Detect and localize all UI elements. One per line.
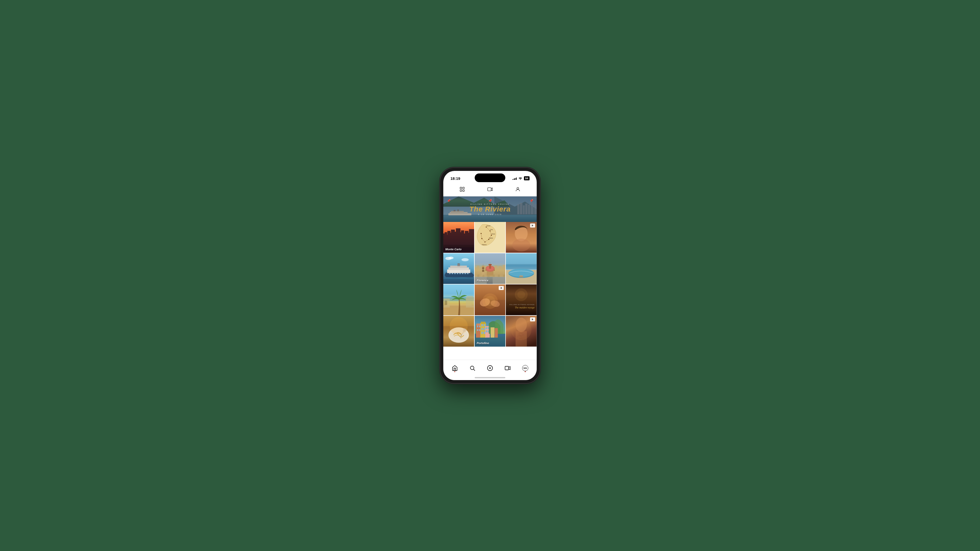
svg-rect-67 bbox=[457, 273, 458, 274]
svg-rect-158 bbox=[484, 324, 485, 326]
video-badge-spa bbox=[499, 286, 504, 290]
svg-rect-2 bbox=[460, 189, 462, 191]
svg-text:Naples: Naples bbox=[489, 237, 493, 239]
svg-text:Genoa: Genoa bbox=[487, 225, 490, 227]
svg-rect-169 bbox=[495, 328, 498, 338]
svg-rect-101 bbox=[477, 275, 479, 277]
tab-video[interactable] bbox=[504, 365, 511, 371]
grid-item-florence[interactable]: Florence bbox=[475, 253, 506, 284]
svg-text:Pisa: Pisa bbox=[490, 229, 493, 230]
top-nav bbox=[443, 182, 537, 197]
svg-rect-71 bbox=[467, 273, 469, 274]
svg-rect-179 bbox=[505, 366, 509, 370]
kk-tab-label: KK bbox=[523, 367, 527, 369]
video-badge-portrait1 bbox=[530, 224, 535, 227]
content-area[interactable]: 📌 📌 📌 KILLING KITTENS CRUISE The Riviera… bbox=[443, 197, 537, 360]
svg-rect-61 bbox=[447, 269, 470, 273]
svg-rect-0 bbox=[460, 187, 462, 189]
monte-carlo-label: Monte Carlo bbox=[445, 248, 462, 251]
svg-line-175 bbox=[473, 369, 475, 371]
hero-date: 9-16 JUNE 2026 bbox=[478, 213, 502, 215]
grid-item-cruise[interactable] bbox=[443, 253, 474, 284]
svg-rect-65 bbox=[452, 273, 453, 274]
svg-point-60 bbox=[461, 258, 469, 261]
phone-device: 18:19 84 bbox=[440, 168, 540, 383]
grid-item-map[interactable]: Genoa Pisa Rome Naples Palermo bbox=[475, 222, 506, 253]
hero-subtitle: KILLING KITTENS CRUISE bbox=[471, 203, 510, 205]
svg-rect-157 bbox=[481, 324, 483, 326]
svg-rect-150 bbox=[476, 324, 480, 326]
tab-search[interactable] bbox=[469, 365, 476, 371]
profile-nav-icon[interactable] bbox=[514, 185, 522, 193]
home-indicator bbox=[443, 375, 537, 380]
svg-rect-161 bbox=[481, 332, 483, 334]
grid-item-pool[interactable] bbox=[506, 253, 537, 284]
hero-banner[interactable]: 📌 📌 📌 KILLING KITTENS CRUISE The Riviera… bbox=[443, 197, 537, 222]
status-icons: 84 bbox=[512, 176, 530, 180]
svg-rect-66 bbox=[454, 273, 455, 274]
svg-rect-151 bbox=[477, 326, 478, 327]
svg-point-173 bbox=[511, 320, 531, 340]
hero-overlay: KILLING KITTENS CRUISE The Riviera 9-16 … bbox=[443, 197, 537, 222]
svg-rect-159 bbox=[481, 328, 483, 330]
svg-rect-93 bbox=[489, 265, 491, 268]
grid-item-monte-carlo[interactable]: Monte Carlo bbox=[443, 222, 474, 253]
svg-rect-154 bbox=[479, 329, 480, 331]
tab-kk[interactable]: KK bbox=[522, 365, 528, 371]
home-tab-dot bbox=[454, 371, 455, 372]
svg-rect-70 bbox=[465, 273, 466, 274]
svg-point-73 bbox=[457, 263, 460, 264]
svg-rect-152 bbox=[479, 326, 480, 327]
svg-rect-4 bbox=[488, 187, 491, 191]
wifi-icon bbox=[518, 176, 522, 180]
svg-rect-1 bbox=[463, 187, 464, 189]
svg-rect-104 bbox=[493, 275, 495, 277]
phone-screen: 18:19 84 bbox=[443, 171, 537, 380]
grid-item-spa[interactable] bbox=[475, 284, 506, 315]
svg-rect-102 bbox=[482, 275, 484, 277]
svg-rect-68 bbox=[460, 273, 461, 274]
grid-nav-icon[interactable] bbox=[458, 185, 466, 193]
battery-icon: 84 bbox=[524, 176, 530, 180]
grid-item-portofino[interactable]: Portofino bbox=[475, 316, 506, 347]
maiden-voyage-label: The maiden voyage bbox=[509, 306, 535, 309]
svg-rect-106 bbox=[503, 275, 505, 277]
svg-rect-100 bbox=[475, 275, 506, 277]
svg-rect-64 bbox=[449, 273, 450, 274]
svg-point-128 bbox=[485, 296, 495, 306]
svg-rect-109 bbox=[506, 264, 537, 269]
signal-icon bbox=[512, 177, 517, 180]
svg-rect-122 bbox=[467, 296, 473, 299]
svg-text:Palermo: Palermo bbox=[482, 244, 487, 245]
grid-item-pasta[interactable] bbox=[443, 316, 474, 347]
svg-point-174 bbox=[470, 366, 474, 370]
svg-rect-103 bbox=[487, 275, 490, 277]
svg-rect-160 bbox=[484, 328, 485, 330]
tab-home[interactable] bbox=[452, 365, 458, 371]
svg-rect-153 bbox=[477, 329, 478, 331]
svg-point-59 bbox=[449, 257, 453, 259]
portofino-label: Portofino bbox=[477, 341, 489, 345]
svg-point-5 bbox=[517, 187, 519, 189]
svg-rect-97 bbox=[482, 265, 484, 267]
svg-rect-114 bbox=[520, 275, 523, 276]
svg-rect-105 bbox=[498, 275, 500, 277]
home-bar bbox=[475, 377, 505, 378]
grid-item-maiden[interactable]: KILLING KITTENS VOYAGE The maiden voyage bbox=[506, 284, 537, 315]
svg-text:Rome: Rome bbox=[492, 233, 495, 235]
grid-item-palm[interactable] bbox=[443, 284, 474, 315]
svg-point-146 bbox=[450, 317, 468, 335]
svg-rect-164 bbox=[486, 327, 487, 329]
hero-title: The Riviera bbox=[469, 206, 511, 213]
maiden-top-text: KILLING KITTENS VOYAGE bbox=[509, 304, 535, 305]
grid-item-tattooed[interactable] bbox=[506, 316, 537, 347]
video-badge-tattooed bbox=[530, 318, 535, 321]
grid-item-portrait1[interactable] bbox=[506, 222, 537, 253]
svg-point-56 bbox=[512, 238, 530, 251]
photo-grid: Monte Carlo bbox=[443, 222, 537, 347]
svg-rect-166 bbox=[486, 330, 487, 332]
svg-rect-94 bbox=[488, 264, 492, 265]
tab-add[interactable] bbox=[487, 365, 493, 371]
video-nav-icon[interactable] bbox=[486, 185, 494, 193]
kk-tab-dot bbox=[525, 371, 526, 372]
